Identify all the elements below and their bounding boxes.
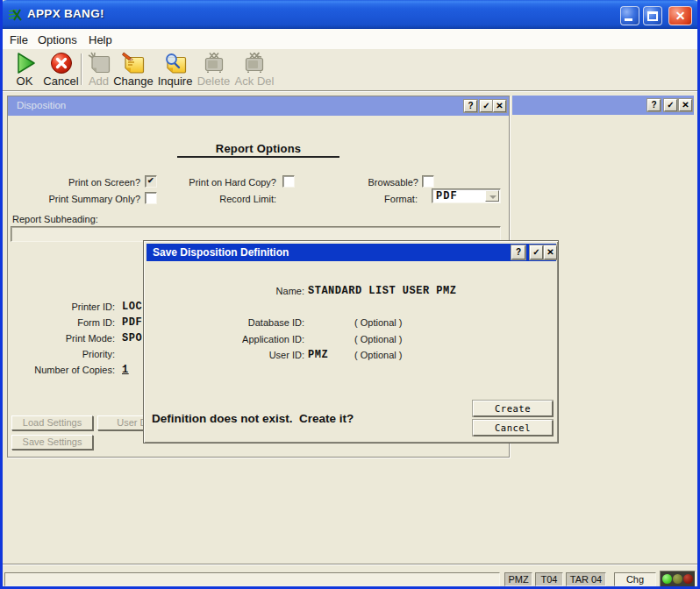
toolbar: OK Cancel Add Change [3, 49, 697, 90]
user-id-optional: ( Optional ) [354, 350, 402, 360]
save-disposition-dialog: Save Disposition Definition ? ✓ ✕ Name: … [143, 240, 559, 444]
close-button[interactable]: ✕ [668, 6, 692, 25]
print-on-hard-copy-checkbox[interactable] [282, 175, 295, 188]
application-id-label: Application ID: [144, 334, 304, 344]
led-red-icon [683, 574, 693, 584]
database-id-label: Database ID: [144, 317, 304, 328]
print-mode-value[interactable]: SPO [122, 332, 142, 344]
add-note-icon [87, 51, 111, 75]
dropdown-button[interactable] [485, 190, 499, 202]
print-mode-label: Print Mode: [8, 333, 115, 344]
print-on-screen-label: Print on Screen? [8, 177, 140, 188]
dialog-help-button[interactable]: ? [511, 245, 525, 259]
number-of-copies-value[interactable]: 1 [122, 364, 129, 376]
create-button[interactable]: Create [473, 401, 553, 416]
number-of-copies-label: Number of Copies: [8, 365, 115, 375]
dialog-message: Definition does not exist. Create it? [152, 412, 354, 425]
close-icon: ✕ [669, 9, 691, 23]
window-title: APPX BANG! [27, 7, 104, 20]
menu-file[interactable]: File [10, 33, 28, 46]
pane-close-button[interactable]: ✕ [493, 100, 506, 112]
led-yellow-icon [673, 574, 682, 584]
cancel-icon [49, 51, 74, 75]
ack-del-tv-icon [242, 51, 267, 75]
maximize-button[interactable] [643, 6, 662, 25]
user-id-label: User ID: [144, 350, 304, 360]
dialog-close-button[interactable]: ✕ [544, 245, 557, 259]
format-value: PDF [436, 190, 458, 202]
inquire-button[interactable]: Inquire [151, 51, 199, 88]
disposition-titlebar: Disposition ? ✓ ✕ [8, 96, 509, 116]
dialog-title: Save Disposition Definition [153, 246, 289, 259]
menu-options[interactable]: Options [38, 33, 77, 46]
menubar: File Options Help [3, 29, 697, 49]
dialog-accept-button[interactable]: ✓ [530, 245, 543, 259]
user-id-value[interactable]: PMZ [308, 349, 328, 361]
disposition-title: Disposition [17, 100, 66, 110]
dropdown-arrow-icon [489, 195, 496, 199]
priority-label: Priority: [8, 349, 115, 359]
right-pane-help-button[interactable]: ? [647, 99, 661, 111]
right-pane-accept-button[interactable]: ✓ [664, 99, 677, 111]
save-settings-button[interactable]: Save Settings [11, 435, 93, 450]
minimize-icon [625, 18, 632, 21]
change-pencil-note-icon [121, 51, 146, 75]
delete-button: Delete [194, 51, 233, 88]
load-settings-button[interactable]: Load Settings [11, 415, 93, 430]
cancel-dialog-button[interactable]: Cancel [473, 420, 553, 436]
content-area: Disposition ? ✓ ✕ Report Options Print o… [3, 90, 697, 564]
cancel-button[interactable]: Cancel [41, 51, 81, 88]
window-titlebar[interactable]: APPX BANG! ✕ [0, 0, 700, 29]
right-pane-titlebar: ? ✓ ✕ [512, 96, 694, 115]
maximize-icon [647, 11, 658, 21]
name-label: Name: [144, 286, 304, 296]
report-options-heading: Report Options [177, 142, 339, 158]
print-summary-only-label: Print Summary Only? [8, 194, 140, 204]
status-session-panel: TAR 04 [566, 572, 606, 586]
status-led-panel [660, 571, 696, 587]
printer-id-label: Printer ID: [8, 302, 115, 312]
menu-help[interactable]: Help [89, 33, 112, 46]
format-dropdown[interactable]: PDF [432, 188, 501, 203]
record-limit-label: Record Limit: [148, 194, 276, 204]
status-mode-panel: Chg [614, 572, 656, 586]
form-id-label: Form ID: [8, 317, 115, 328]
database-id-optional: ( Optional ) [354, 317, 402, 328]
dialog-titlebar: Save Disposition Definition [146, 244, 556, 261]
app-icon [7, 7, 23, 23]
statusbar: PMZ T04 TAR 04 Chg [3, 564, 697, 586]
name-value[interactable]: STANDARD LIST USER PMZ [308, 285, 456, 297]
status-terminal-panel: T04 [535, 572, 563, 586]
application-id-optional: ( Optional ) [354, 334, 402, 344]
report-subheading-label: Report Subheading: [12, 214, 98, 224]
ok-play-icon [12, 51, 37, 75]
delete-tv-icon [202, 51, 226, 75]
format-label: Format: [297, 194, 418, 204]
browsable-checkbox[interactable] [422, 175, 434, 188]
toolbar-separator [81, 53, 82, 85]
browsable-label: Browsable? [297, 177, 418, 188]
ok-button[interactable]: OK [8, 51, 41, 88]
printer-id-value[interactable]: LOC [122, 301, 142, 313]
status-message-panel [4, 572, 500, 586]
pane-help-button[interactable]: ? [464, 100, 477, 112]
minimize-button[interactable] [620, 6, 639, 25]
form-id-value[interactable]: PDF [122, 316, 142, 329]
pane-accept-button[interactable]: ✓ [480, 100, 493, 112]
inquire-magnifier-note-icon [163, 51, 188, 75]
right-pane-close-button[interactable]: ✕ [679, 99, 692, 111]
led-green-icon [662, 574, 672, 584]
print-on-hard-copy-label: Print on Hard Copy? [148, 177, 276, 188]
ack-del-button: Ack Del [232, 51, 277, 88]
status-user-panel: PMZ [504, 572, 532, 586]
